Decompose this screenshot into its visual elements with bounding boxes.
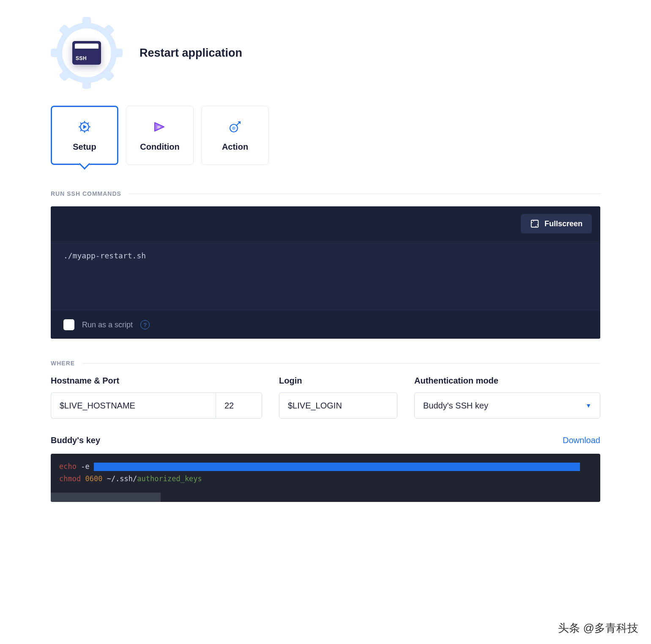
tab-setup[interactable]: Setup bbox=[51, 106, 118, 165]
section-label: RUN SSH COMMANDS bbox=[51, 190, 121, 197]
svg-text:IF: IF bbox=[157, 125, 161, 129]
flag-e: -e bbox=[81, 462, 89, 471]
section-label: WHERE bbox=[51, 360, 75, 367]
gear-play-icon bbox=[77, 119, 92, 134]
hostname-group: Hostname & Port bbox=[51, 376, 262, 419]
section-ssh-commands: RUN SSH COMMANDS bbox=[51, 190, 600, 197]
svg-rect-2 bbox=[82, 77, 91, 89]
key-line-2: chmod 0600 ~/.ssh/authorized_keys bbox=[59, 473, 592, 485]
fullscreen-button[interactable]: Fullscreen bbox=[521, 214, 592, 233]
page-header: SSH Restart application bbox=[51, 17, 600, 89]
page-title: Restart application bbox=[140, 47, 242, 60]
download-link[interactable]: Download bbox=[563, 436, 600, 445]
editor-toolbar: Fullscreen bbox=[51, 206, 600, 241]
key-label: Buddy's key bbox=[51, 436, 100, 445]
hostname-input[interactable] bbox=[51, 392, 216, 419]
editor-body[interactable]: ./myapp-restart.sh bbox=[51, 241, 600, 311]
run-as-script-label: Run as a script bbox=[82, 321, 133, 329]
divider bbox=[129, 194, 600, 194]
auth-group: Authentication mode Buddy's SSH key ▼ bbox=[414, 376, 600, 419]
login-group: Login bbox=[279, 376, 397, 419]
hostname-label: Hostname & Port bbox=[51, 376, 262, 386]
fullscreen-label: Fullscreen bbox=[544, 219, 583, 228]
editor-footer: Run as a script ? bbox=[51, 311, 600, 339]
tab-action[interactable]: Action bbox=[201, 106, 269, 165]
target-icon bbox=[227, 119, 243, 134]
path-part-b: authorized_keys bbox=[137, 474, 202, 483]
ssh-command-editor: Fullscreen ./myapp-restart.sh Run as a s… bbox=[51, 206, 600, 339]
command-text: ./myapp-restart.sh bbox=[63, 251, 146, 260]
section-where: WHERE bbox=[51, 360, 600, 367]
help-icon[interactable]: ? bbox=[140, 320, 150, 329]
tab-bar: Setup IF Condition Action bbox=[51, 106, 600, 165]
fullscreen-icon bbox=[530, 219, 539, 228]
auth-value: Buddy's SSH key bbox=[423, 401, 488, 411]
tab-label: Setup bbox=[73, 142, 96, 152]
login-label: Login bbox=[279, 376, 397, 386]
svg-point-13 bbox=[232, 126, 235, 130]
tab-condition[interactable]: IF Condition bbox=[126, 106, 194, 165]
ssh-icon: SSH bbox=[72, 41, 101, 65]
svg-rect-3 bbox=[51, 49, 62, 57]
kw-echo: echo bbox=[59, 462, 77, 471]
chevron-down-icon: ▼ bbox=[585, 402, 591, 409]
svg-rect-14 bbox=[531, 220, 539, 227]
run-as-script-checkbox[interactable] bbox=[63, 319, 74, 330]
mode-0600: 0600 bbox=[85, 474, 102, 483]
tab-label: Action bbox=[222, 142, 248, 152]
svg-rect-1 bbox=[82, 17, 91, 28]
ssh-badge-text: SSH bbox=[76, 55, 87, 61]
key-code-block[interactable]: echo -e chmod 0600 ~/.ssh/authorized_key… bbox=[51, 454, 600, 502]
action-badge: SSH bbox=[51, 17, 123, 89]
key-header: Buddy's key Download bbox=[51, 436, 600, 445]
auth-label: Authentication mode bbox=[414, 376, 600, 386]
connection-form: Hostname & Port Login Authentication mod… bbox=[51, 376, 600, 419]
kw-chmod: chmod bbox=[59, 474, 81, 483]
horizontal-scrollbar[interactable] bbox=[51, 493, 161, 502]
port-input[interactable] bbox=[216, 392, 262, 419]
auth-select[interactable]: Buddy's SSH key ▼ bbox=[414, 392, 600, 419]
login-input[interactable] bbox=[279, 392, 397, 419]
key-line-1: echo -e bbox=[59, 460, 592, 473]
tab-label: Condition bbox=[140, 142, 179, 152]
divider bbox=[82, 363, 600, 364]
key-highlight bbox=[94, 463, 580, 471]
svg-rect-4 bbox=[111, 49, 123, 57]
play-if-icon: IF bbox=[152, 119, 167, 134]
path-part-a: ~/.ssh/ bbox=[107, 474, 137, 483]
